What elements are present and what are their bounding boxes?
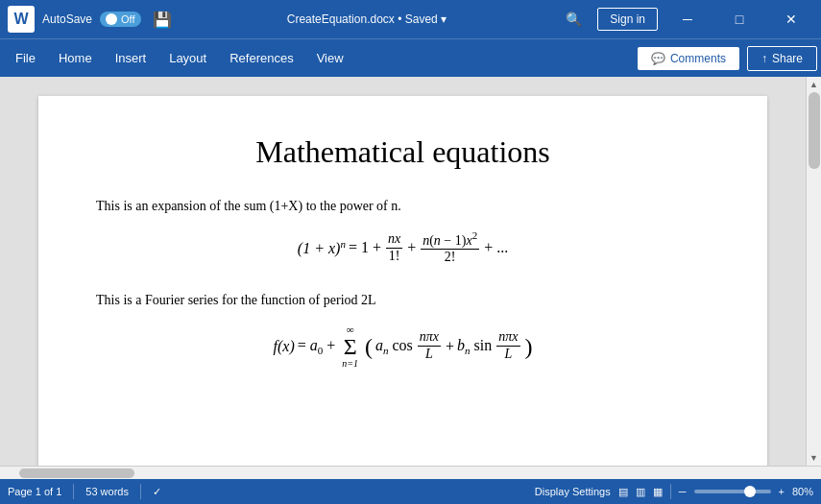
app-logo: W <box>8 6 35 33</box>
layout-icon-1: ▤ <box>618 486 628 498</box>
zoom-minus[interactable]: ─ <box>679 486 687 497</box>
scroll-down-arrow[interactable]: ▼ <box>807 450 822 466</box>
page-info: Page 1 of 1 <box>8 486 61 497</box>
eq1-rest: + ... <box>484 239 508 256</box>
equation-binomial: (1 + x)n = 1 + nx 1! + n(n − 1)x2 2! + .… <box>96 229 710 266</box>
zoom-slider[interactable] <box>694 490 771 493</box>
comments-label: Comments <box>670 52 726 65</box>
menu-bar: File Home Insert Layout References View … <box>0 38 821 77</box>
menu-layout[interactable]: Layout <box>157 45 218 71</box>
doc-scroll-content[interactable]: Mathematical equations This is an expans… <box>0 77 806 466</box>
document-page: Mathematical equations This is an expans… <box>38 96 767 466</box>
word-count: 53 words <box>85 486 129 497</box>
status-divider-2 <box>140 484 141 499</box>
status-divider-1 <box>73 484 74 499</box>
scroll-thumb[interactable] <box>809 92 820 169</box>
eq2-sin-frac: nπx L <box>496 329 519 363</box>
menu-home[interactable]: Home <box>47 45 104 71</box>
paragraph-2: This is a Fourier series for the functio… <box>96 293 710 308</box>
layout-icon-3: ▦ <box>653 486 663 498</box>
autosave-label: AutoSave <box>42 12 92 26</box>
document-area: Mathematical equations This is an expans… <box>0 77 821 466</box>
eq1-lhs: (1 + x)n <box>298 238 346 257</box>
eq2-eq: = a0 + <box>298 337 336 356</box>
status-divider-3 <box>670 484 671 499</box>
toggle-circle <box>106 13 117 25</box>
eq2-cos-frac: nπx L <box>418 329 441 363</box>
search-button[interactable]: 🔍 <box>558 8 590 31</box>
zoom-thumb[interactable] <box>744 486 756 497</box>
eq2-cos-term: an cos <box>375 337 413 356</box>
menu-file[interactable]: File <box>4 45 47 71</box>
status-bar-right: Display Settings ▤ ▥ ▦ ─ + 80% <box>535 484 813 499</box>
scroll-track[interactable] <box>807 92 822 450</box>
paragraph-1: This is an expansion of the sum (1+X) to… <box>96 199 710 214</box>
eq1-frac2: n(n − 1)x2 2! <box>421 229 479 266</box>
display-settings-button[interactable]: Display Settings <box>535 486 611 497</box>
menu-view[interactable]: View <box>305 45 355 71</box>
filename-display: CreateEquation.docx • Saved ▾ <box>183 12 551 26</box>
eq1-frac1: nx 1! <box>386 231 402 265</box>
sign-in-button[interactable]: Sign in <box>597 8 658 31</box>
equation-binomial-content: (1 + x)n = 1 + nx 1! + n(n − 1)x2 2! + .… <box>298 229 508 266</box>
vertical-scrollbar[interactable]: ▲ ▼ <box>806 77 821 466</box>
scroll-up-arrow[interactable]: ▲ <box>807 77 822 92</box>
eq2-sum: ∞ Σ n=1 <box>342 324 358 369</box>
eq2-paren-open: ( <box>365 335 373 358</box>
equation-fourier: f(x) = a0 + ∞ Σ n=1 ( an cos nπx <box>96 324 710 369</box>
share-button[interactable]: ↑ Share <box>747 46 817 71</box>
minimize-button[interactable]: ─ <box>665 4 710 35</box>
menu-insert[interactable]: Insert <box>104 45 158 71</box>
status-bar: Page 1 of 1 53 words ✓ Display Settings … <box>0 479 821 504</box>
proofing-icon: ✓ <box>153 486 161 498</box>
layout-icon-2: ▥ <box>636 486 645 498</box>
equation-fourier-content: f(x) = a0 + ∞ Σ n=1 ( an cos nπx <box>273 324 532 369</box>
hscroll-thumb[interactable] <box>19 468 134 478</box>
zoom-level: 80% <box>792 486 813 497</box>
app-logo-letter: W <box>13 11 28 28</box>
comments-button[interactable]: 💬 Comments <box>638 47 739 70</box>
toggle-state: Off <box>121 13 134 25</box>
eq2-plus2: + <box>446 338 454 355</box>
eq2-lhs: f(x) <box>273 338 294 355</box>
zoom-plus[interactable]: + <box>779 486 785 497</box>
share-label: Share <box>772 52 803 65</box>
save-button[interactable]: 💾 <box>149 7 176 33</box>
menu-references[interactable]: References <box>218 45 304 71</box>
autosave-toggle[interactable]: Off <box>100 12 140 27</box>
comments-icon: 💬 <box>651 52 665 65</box>
menu-right-actions: 💬 Comments ↑ Share <box>638 46 817 71</box>
close-button[interactable]: ✕ <box>769 4 813 35</box>
title-bar: W AutoSave Off 💾 CreateEquation.docx • S… <box>0 0 821 38</box>
horizontal-scrollbar[interactable] <box>0 466 821 479</box>
eq2-sin-term: bn sin <box>457 337 492 356</box>
share-icon: ↑ <box>761 52 767 65</box>
document-title: Mathematical equations <box>96 134 710 170</box>
eq1-eq: = 1 + <box>349 239 381 256</box>
eq1-plus: + <box>407 239 416 256</box>
eq2-paren-close: ) <box>525 335 533 358</box>
maximize-button[interactable]: □ <box>717 4 761 35</box>
